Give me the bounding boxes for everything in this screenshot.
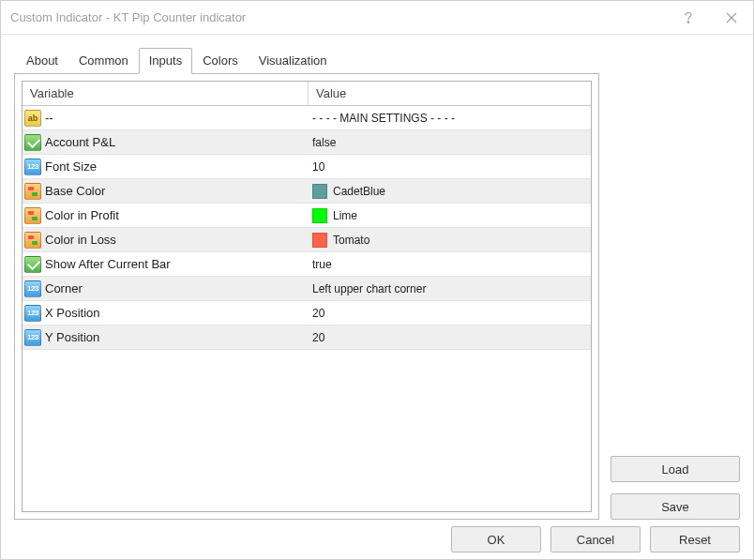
- int-icon: 123: [24, 280, 41, 297]
- table-row[interactable]: 123X Position20: [23, 301, 591, 325]
- svg-point-0: [687, 21, 689, 23]
- header-value[interactable]: Value: [309, 82, 591, 105]
- value-text: 10: [312, 160, 324, 174]
- variable-name: Y Position: [45, 330, 99, 344]
- variable-name: --: [45, 111, 53, 125]
- table-row[interactable]: Account P&Lfalse: [23, 130, 591, 155]
- content-area: AboutCommonInputsColorsVisualization Var…: [1, 35, 753, 520]
- value-text: false: [312, 136, 336, 149]
- bool-icon: [24, 256, 41, 273]
- reset-button[interactable]: Reset: [650, 526, 740, 552]
- value-cell[interactable]: Left upper chart corner: [309, 277, 591, 300]
- value-cell[interactable]: 10: [309, 155, 591, 178]
- table-row[interactable]: Color in LossTomato: [23, 228, 591, 252]
- grid-body: ab--- - - - MAIN SETTINGS - - - -Account…: [23, 106, 591, 511]
- variable-cell: 123X Position: [23, 301, 309, 325]
- variable-cell: 123Y Position: [23, 325, 309, 349]
- titlebar: Custom Indicator - KT Pip Counter indica…: [1, 1, 753, 35]
- value-text: true: [312, 258, 332, 271]
- ok-button[interactable]: OK: [451, 526, 541, 552]
- value-text: CadetBlue: [333, 185, 385, 198]
- tab-visualization[interactable]: Visualization: [249, 48, 338, 74]
- variable-name: Color in Loss: [45, 233, 116, 247]
- int-icon: 123: [24, 159, 41, 175]
- variable-cell: Account P&L: [23, 130, 309, 154]
- color-icon: [24, 183, 41, 200]
- value-text: Left upper chart corner: [312, 282, 426, 295]
- variable-cell: Color in Profit: [23, 204, 309, 227]
- table-row[interactable]: 123Font Size10: [23, 155, 591, 179]
- string-icon: ab: [24, 110, 41, 127]
- window-title: Custom Indicator - KT Pip Counter indica…: [10, 10, 667, 24]
- variable-cell: 123Font Size: [23, 155, 309, 178]
- variable-name: Base Color: [45, 184, 105, 198]
- table-row[interactable]: Base ColorCadetBlue: [23, 179, 591, 204]
- table-row[interactable]: 123Y Position20: [23, 325, 591, 350]
- parameters-grid: Variable Value ab--- - - - MAIN SETTINGS…: [22, 81, 592, 512]
- int-icon: 123: [24, 305, 41, 322]
- table-row[interactable]: ab--- - - - MAIN SETTINGS - - - -: [23, 106, 591, 130]
- dialog-window: Custom Indicator - KT Pip Counter indica…: [0, 0, 754, 560]
- value-cell[interactable]: true: [309, 252, 591, 276]
- color-swatch: [312, 233, 327, 248]
- side-buttons: Load Save: [611, 73, 740, 520]
- body-row: Variable Value ab--- - - - MAIN SETTINGS…: [14, 73, 740, 520]
- value-cell[interactable]: Lime: [309, 204, 591, 227]
- variable-cell: 123Corner: [23, 277, 309, 300]
- tab-bar: AboutCommonInputsColorsVisualization: [14, 48, 740, 74]
- table-row[interactable]: 123CornerLeft upper chart corner: [23, 277, 591, 301]
- int-icon: 123: [24, 329, 41, 346]
- load-button[interactable]: Load: [611, 456, 740, 482]
- tab-common[interactable]: Common: [68, 48, 139, 74]
- value-cell[interactable]: - - - - MAIN SETTINGS - - - -: [309, 106, 591, 129]
- grid-header: Variable Value: [23, 82, 591, 106]
- variable-cell: Color in Loss: [23, 228, 309, 251]
- color-icon: [24, 232, 41, 249]
- footer: OK Cancel Reset: [1, 520, 753, 559]
- inputs-panel: Variable Value ab--- - - - MAIN SETTINGS…: [14, 73, 599, 520]
- value-cell[interactable]: 20: [309, 325, 591, 349]
- value-text: 20: [312, 307, 324, 320]
- variable-name: Account P&L: [45, 135, 115, 149]
- tab-about[interactable]: About: [16, 48, 68, 74]
- help-button[interactable]: [667, 1, 710, 35]
- tab-colors[interactable]: Colors: [192, 48, 249, 74]
- value-text: Tomato: [333, 234, 369, 247]
- value-text: Lime: [333, 209, 357, 222]
- header-variable[interactable]: Variable: [23, 82, 309, 105]
- value-text: - - - - MAIN SETTINGS - - - -: [312, 112, 455, 125]
- variable-name: Color in Profit: [45, 208, 119, 222]
- tab-inputs[interactable]: Inputs: [139, 48, 192, 74]
- bool-icon: [24, 134, 41, 151]
- value-cell[interactable]: 20: [309, 301, 591, 325]
- color-swatch: [312, 208, 327, 223]
- value-cell[interactable]: CadetBlue: [309, 179, 591, 203]
- value-cell[interactable]: false: [309, 130, 591, 154]
- save-button[interactable]: Save: [611, 493, 740, 520]
- variable-cell: ab--: [23, 106, 309, 129]
- variable-name: Corner: [45, 281, 83, 295]
- color-swatch: [312, 184, 327, 199]
- variable-name: X Position: [45, 306, 100, 320]
- table-row[interactable]: Color in ProfitLime: [23, 204, 591, 228]
- table-row[interactable]: Show After Current Bartrue: [23, 252, 591, 277]
- variable-name: Font Size: [45, 159, 97, 174]
- variable-cell: Show After Current Bar: [23, 252, 309, 276]
- cancel-button[interactable]: Cancel: [550, 526, 641, 552]
- color-icon: [24, 207, 41, 224]
- close-button[interactable]: [710, 1, 753, 35]
- variable-cell: Base Color: [23, 179, 309, 203]
- value-cell[interactable]: Tomato: [309, 228, 591, 251]
- value-text: 20: [312, 331, 324, 344]
- variable-name: Show After Current Bar: [45, 257, 171, 271]
